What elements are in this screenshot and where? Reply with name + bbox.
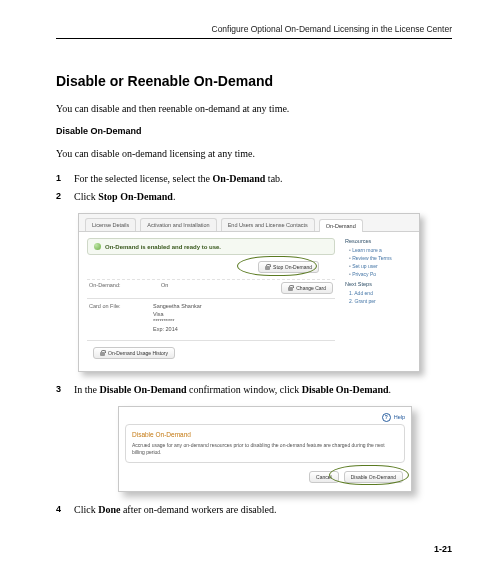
lock-icon [288,285,293,291]
step-text: Click Stop On-Demand. [74,189,452,205]
help-icon: ? [382,413,391,422]
help-link[interactable]: ? Help [125,413,405,422]
step-number: 3 [56,382,74,398]
step-2: 2 Click Stop On-Demand. [56,189,452,205]
step-number: 4 [56,502,74,518]
step-3: 3 In the Disable On-Demand confirmation … [56,382,452,398]
tab-bar: License Details Activation and Installat… [79,214,419,232]
next-steps-list: 1. Add end 2. Grant per [349,290,417,304]
lock-icon [100,350,105,356]
step-number: 1 [56,171,74,187]
cancel-button[interactable]: Cancel [309,471,339,483]
lock-icon [265,264,270,270]
next-step-link[interactable]: 1. Add end [349,290,417,296]
step-number: 2 [56,189,74,205]
step-text: In the Disable On-Demand confirmation wi… [74,382,452,398]
subsection-heading: Disable On-Demand [56,126,452,136]
next-steps-heading: Next Steps [345,281,417,287]
next-step-link[interactable]: 2. Grant per [349,298,417,304]
resource-link[interactable]: Learn more a [349,247,417,253]
dialog-body: Accrued usage for any on-demand resource… [132,442,398,456]
step-1: 1 For the selected license, select the O… [56,171,452,187]
intro-text: You can disable and then reenable on-dem… [56,101,452,116]
card-on-file: Card on File: Sangeetha Shankar Visa ***… [87,298,335,338]
dialog-title: Disable On-Demand [132,431,398,438]
resources-heading: Resources [345,238,417,244]
resource-link[interactable]: Set up user [349,263,417,269]
tab-end-users[interactable]: End Users and License Contacts [221,218,315,231]
status-dot-icon [94,243,101,250]
running-head: Configure Optional On-Demand Licensing i… [56,24,452,39]
status-text: On-Demand is enabled and ready to use. [105,244,221,250]
step-text: Click Done after on-demand workers are d… [74,502,452,518]
ondemand-row: On-Demand: On Change Card [87,279,335,298]
step-4: 4 Click Done after on-demand workers are… [56,502,452,518]
step-text: For the selected license, select the On-… [74,171,452,187]
tab-license-details[interactable]: License Details [85,218,136,231]
figure-2: ? Help Disable On-Demand Accrued usage f… [78,406,452,492]
stop-on-demand-button[interactable]: Stop On-Demand [258,261,319,273]
status-bar: On-Demand is enabled and ready to use. [87,238,335,255]
subsection-intro: You can disable on-demand licensing at a… [56,146,452,161]
usage-history-button[interactable]: On-Demand Usage History [93,347,175,359]
figure-1: License Details Activation and Installat… [78,213,452,372]
resource-link[interactable]: Privacy Po [349,271,417,277]
resources-list: Learn more a Review the Terms Set up use… [349,247,417,277]
disable-on-demand-button[interactable]: Disable On-Demand [344,471,403,483]
tab-activation[interactable]: Activation and Installation [140,218,216,231]
resource-link[interactable]: Review the Terms [349,255,417,261]
change-card-button[interactable]: Change Card [281,282,333,294]
page-number: 1-21 [56,544,452,554]
section-heading: Disable or Reenable On-Demand [56,73,452,89]
tab-on-demand[interactable]: On-Demand [319,219,363,232]
